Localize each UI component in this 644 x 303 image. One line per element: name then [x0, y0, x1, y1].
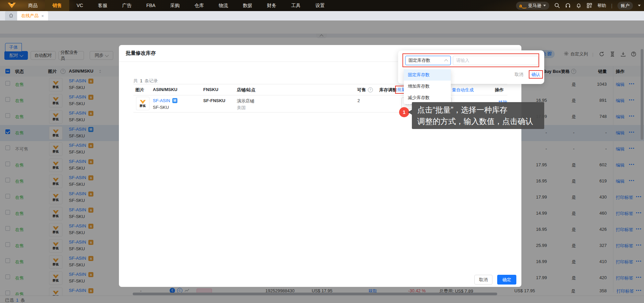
product-thumbnail: 赛狐 [136, 97, 149, 110]
account-label: 账户 [621, 3, 630, 9]
fox-logo-icon[interactable] [7, 2, 16, 9]
sellable-value: 2 [357, 98, 360, 103]
col-stock-adjust: 库存调整 [379, 87, 397, 93]
help-link[interactable]: 帮助 [597, 3, 606, 9]
chevron-down-icon [543, 5, 546, 6]
nav-item[interactable]: 广告 [115, 0, 139, 11]
bell-icon[interactable] [576, 3, 582, 8]
shop-label: 演示店铺 [237, 98, 254, 104]
modal-cancel-button[interactable]: 取消 [474, 275, 492, 285]
nav-item[interactable]: 工具 [284, 0, 308, 11]
home-icon [9, 13, 13, 19]
nav-item[interactable]: 销售 [45, 0, 69, 11]
amazon-icon: a‿ [519, 4, 526, 7]
main-menu: 商品销售VC客服广告FBA采购仓库物流数据财务工具设置 [21, 0, 332, 11]
home-tab[interactable] [5, 11, 17, 20]
msku-badge-icon: M [172, 98, 177, 103]
modal-title: 批量修改库存 [126, 50, 156, 56]
apps-grid-icon[interactable] [587, 3, 592, 8]
nav-item[interactable]: 设置 [308, 0, 332, 11]
col-asin-msku: ASIN/MSKU [153, 87, 177, 92]
tab-label: 在线产品 [21, 13, 39, 19]
help-circle-icon: ? [368, 87, 373, 92]
dropdown-option[interactable]: 减少库存数 [404, 92, 451, 103]
col-sellable: 可售 [357, 87, 366, 93]
marketplace-switcher[interactable]: a‿ 亚马逊 [516, 2, 550, 10]
site-label: 美国 [237, 105, 246, 111]
nav-item[interactable]: VC [69, 0, 90, 11]
dropdown-option[interactable]: 固定库存数 [404, 69, 451, 81]
record-count: 共 1 条记录 [133, 78, 158, 84]
chevron-up-icon [444, 59, 448, 63]
app-root: 商品销售VC客服广告FBA采购仓库物流数据财务工具设置 a‿ 亚马逊 帮助 | [0, 0, 644, 303]
col-shop-site: 店铺/站点 [237, 87, 256, 93]
asin-link[interactable]: SF-ASIN [153, 98, 170, 103]
close-icon[interactable]: × [41, 13, 44, 18]
divider: | [611, 3, 612, 8]
col-action: 操作 [495, 87, 504, 93]
dropdown-option[interactable]: 增加库存数 [404, 81, 451, 92]
tab-online-products[interactable]: 在线产品 × [17, 11, 48, 20]
headset-icon[interactable] [565, 3, 571, 8]
nav-item[interactable]: 数据 [235, 0, 260, 11]
nav-item[interactable]: FBA [139, 0, 163, 11]
account-chevron-icon[interactable] [638, 5, 641, 6]
tooltip-line-1: 点击“批量”，选择一种库存 [417, 104, 539, 116]
nav-item[interactable]: 客服 [90, 0, 115, 11]
sku-label: SF-SKU [153, 105, 169, 110]
nav-item[interactable]: 财务 [260, 0, 284, 11]
fnsku-label: SF-FNSKU [203, 98, 225, 103]
account-menu[interactable]: 账户 [617, 2, 633, 10]
modal-table-header: 图片 ASIN/MSKU FNSKU 店铺/站点 可售 ? 库存调整 批量 量自… [133, 84, 507, 95]
instruction-tooltip: 点击“批量”，选择一种库存 调整的方式，输入数值，点击确认 [412, 102, 544, 129]
search-icon[interactable] [554, 3, 560, 8]
col-fnsku: FNSKU [203, 87, 218, 92]
nav-item[interactable]: 仓库 [187, 0, 211, 11]
adjust-type-select[interactable]: 固定库存数 [405, 56, 451, 65]
popover-confirm-button[interactable]: 确认 [529, 70, 543, 79]
nav-item[interactable]: 物流 [211, 0, 235, 11]
col-image: 图片 [135, 87, 144, 93]
popover-cancel-button[interactable]: 取消 [515, 72, 523, 78]
quantity-input[interactable]: 请输入 [453, 56, 538, 65]
top-nav: 商品销售VC客服广告FBA采购仓库物流数据财务工具设置 a‿ 亚马逊 帮助 | [0, 0, 644, 11]
brand-label: 赛狐 [139, 104, 146, 107]
adjust-type-options: 固定库存数增加库存数减少库存数 [404, 69, 451, 104]
nav-item[interactable]: 商品 [21, 0, 45, 11]
autogen-link-partial[interactable]: 量自动生成 [452, 87, 474, 93]
marketplace-label: 亚马逊 [528, 3, 541, 9]
tooltip-line-2: 调整的方式，输入数值，点击确认 [417, 116, 539, 127]
modal-confirm-button[interactable]: 确定 [497, 275, 516, 285]
tab-bar [0, 11, 644, 20]
nav-item[interactable]: 采购 [163, 0, 187, 11]
